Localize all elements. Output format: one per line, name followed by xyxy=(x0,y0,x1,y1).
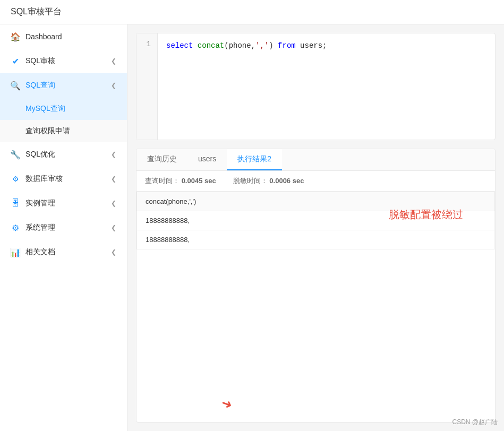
query-info-bar: 查询时间： 0.0045 sec 脱敏时间： 0.0006 sec xyxy=(136,171,495,192)
query-time-item: 查询时间： 0.0045 sec xyxy=(145,176,216,186)
desensitize-time-label: 脱敏时间： xyxy=(233,177,268,185)
sidebar-item-sql-audit[interactable]: ✔ SQL审核 ❮ xyxy=(0,49,127,73)
table-cell: 18888888888, xyxy=(137,230,495,249)
table-cell: 18888888888, xyxy=(137,211,495,230)
results-table: concat(phone,',') 18888888888, 188888888… xyxy=(136,192,495,249)
table-row: 18888888888, xyxy=(137,230,495,249)
tab-query-history[interactable]: 查询历史 xyxy=(136,149,187,170)
gear-icon: ⚙ xyxy=(11,223,20,232)
search-icon: 🔍 xyxy=(11,81,20,90)
sidebar-sub-item-mysql-query[interactable]: MySQL查询 xyxy=(0,98,127,120)
sidebar-item-db-audit[interactable]: ⚙ 数据库审核 ❮ xyxy=(0,167,127,191)
docs-icon: 📊 xyxy=(11,247,20,257)
desensitize-time-value: 0.0006 sec xyxy=(269,177,304,185)
sidebar-item-sql-query[interactable]: 🔍 SQL查询 ❮ xyxy=(0,73,127,98)
chevron-icon: ❮ xyxy=(111,224,116,231)
wrench-icon: 🔧 xyxy=(11,150,20,159)
table-column-header: concat(phone,',') xyxy=(137,192,495,211)
results-table-container: concat(phone,',') 18888888888, 188888888… xyxy=(136,192,495,422)
sidebar-item-label: 实例管理 xyxy=(25,199,55,208)
chevron-icon: ❮ xyxy=(111,175,116,183)
table-row: 18888888888, xyxy=(137,211,495,230)
sidebar-item-sql-optimize[interactable]: 🔧 SQL优化 ❮ xyxy=(0,142,127,167)
sql-code-input[interactable]: select concat(phone,',') from users; xyxy=(158,33,495,140)
sql-keyword-select: select xyxy=(166,41,193,50)
sidebar-item-instance-mgmt[interactable]: 🗄 实例管理 ❮ xyxy=(0,191,127,216)
sql-editor-content[interactable]: 1 select concat(phone,',') from users; xyxy=(136,33,495,140)
sidebar-item-sys-mgmt[interactable]: ⚙ 系统管理 ❮ xyxy=(0,216,127,240)
sql-paren-close: ) xyxy=(269,41,273,50)
line-number-1: 1 xyxy=(147,40,151,48)
tabs-bar: 查询历史 users 执行结果2 xyxy=(136,149,495,171)
db-audit-icon: ⚙ xyxy=(11,174,20,184)
sidebar: 🏠 Dashboard ✔ SQL审核 ❮ 🔍 SQL查询 ❮ MySQL查询 … xyxy=(0,24,127,431)
sidebar-sub-item-query-auth[interactable]: 查询权限申请 xyxy=(0,120,127,142)
app-title: SQL审核平台 xyxy=(11,7,62,16)
sidebar-item-label: SQL审核 xyxy=(25,56,55,66)
sidebar-item-label: SQL优化 xyxy=(25,150,55,159)
chevron-icon: ❮ xyxy=(111,151,116,158)
sql-keyword-from: from xyxy=(278,41,296,50)
sidebar-item-label: 相关文档 xyxy=(25,247,55,257)
query-time-value: 0.0045 sec xyxy=(182,177,216,185)
sidebar-item-dashboard[interactable]: 🏠 Dashboard xyxy=(0,24,127,49)
query-time-label: 查询时间： xyxy=(145,177,180,185)
chevron-icon: ❮ xyxy=(111,248,116,256)
sidebar-item-label: SQL查询 xyxy=(25,81,55,90)
results-panel: 查询历史 users 执行结果2 查询时间： 0.0045 sec 脱敏时间： … xyxy=(136,149,496,423)
sql-table-name: users; xyxy=(300,41,327,50)
line-numbers: 1 xyxy=(136,33,158,140)
sidebar-item-label: Dashboard xyxy=(25,32,62,41)
sql-editor[interactable]: 1 select concat(phone,',') from users; xyxy=(136,33,496,140)
check-icon: ✔ xyxy=(11,56,20,66)
chevron-icon: ❮ xyxy=(111,57,116,65)
sql-function-concat: concat xyxy=(198,41,224,50)
tab-exec-result[interactable]: 执行结果2 xyxy=(227,149,282,170)
sql-string-comma: ',' xyxy=(255,41,269,50)
sidebar-item-label: 数据库审核 xyxy=(25,174,63,184)
content-area: 1 select concat(phone,',') from users; 查 xyxy=(127,24,504,431)
sub-item-label: MySQL查询 xyxy=(25,104,65,113)
watermark: CSDN @赵广陆 xyxy=(452,418,498,427)
annotation-arrow: ➜ xyxy=(219,395,234,412)
sql-paren-open: (phone, xyxy=(224,41,255,50)
app-title-bar: SQL审核平台 xyxy=(0,0,504,24)
tab-users[interactable]: users xyxy=(187,149,227,170)
chevron-icon: ❮ xyxy=(111,82,116,89)
dashboard-icon: 🏠 xyxy=(11,32,20,41)
sub-item-label: 查询权限申请 xyxy=(25,126,70,135)
main-layout: 🏠 Dashboard ✔ SQL审核 ❮ 🔍 SQL查询 ❮ MySQL查询 … xyxy=(0,24,504,431)
database-icon: 🗄 xyxy=(11,199,20,208)
sidebar-item-docs[interactable]: 📊 相关文档 ❮ xyxy=(0,240,127,264)
sidebar-item-label: 系统管理 xyxy=(25,223,55,232)
desensitize-time-item: 脱敏时间： 0.0006 sec xyxy=(233,176,304,186)
chevron-icon: ❮ xyxy=(111,200,116,207)
